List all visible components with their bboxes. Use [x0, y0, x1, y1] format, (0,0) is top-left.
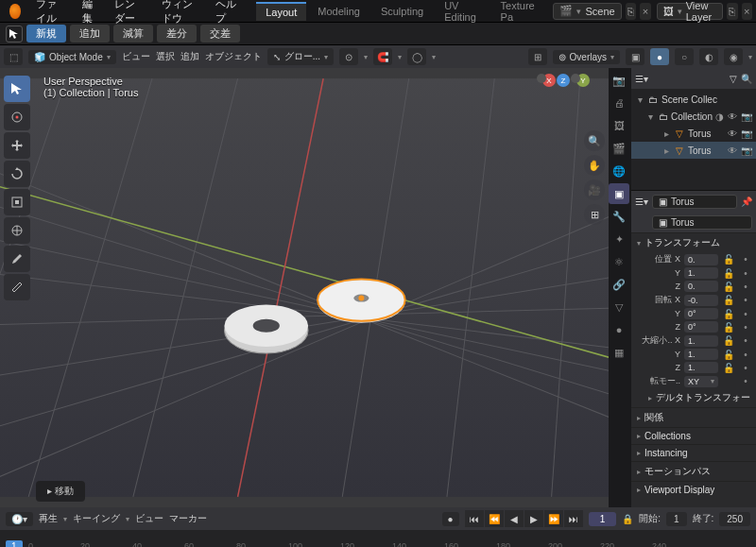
scene-new-icon[interactable]: ⎘ [626, 3, 637, 20]
proptab-world-icon[interactable]: 🌐 [609, 161, 629, 181]
current-frame-field[interactable]: 1 [589, 512, 617, 526]
bool-sub-button[interactable]: 減算 [113, 25, 153, 43]
viewportdisplay-panel[interactable]: Viewport Display [644, 485, 714, 495]
torus-object-1[interactable] [224, 305, 308, 353]
vh-view[interactable]: ビュー [122, 50, 150, 63]
proptab-material-icon[interactable]: ● [609, 319, 629, 340]
rotmode-field[interactable]: XY ▾ [684, 376, 718, 387]
end-frame-field[interactable]: 250 [719, 512, 750, 526]
axis-neg2-icon[interactable] [571, 74, 580, 83]
jump-start-icon[interactable]: ⏮ [465, 510, 484, 527]
playhead[interactable]: 1 [6, 540, 23, 547]
tool-scale[interactable] [4, 189, 30, 215]
proptab-physics-icon[interactable]: ⚛ [609, 251, 629, 272]
keyframe-prev-icon[interactable]: ⏪ [485, 510, 504, 527]
tool-move[interactable] [4, 132, 30, 159]
workspace-sculpting[interactable]: Sculpting [371, 3, 433, 20]
collections-panel[interactable]: Collections [644, 431, 691, 441]
shading-solid-icon[interactable]: ● [650, 48, 669, 65]
menu-help[interactable]: ヘルプ [208, 0, 246, 27]
xray-icon[interactable]: ▣ [626, 48, 644, 65]
relations-panel[interactable]: 関係 [644, 411, 663, 424]
snap-icon[interactable]: 🧲 [373, 48, 392, 65]
proptab-modifier-icon[interactable]: 🔧 [609, 206, 629, 227]
zoom-icon[interactable]: 🔍 [584, 130, 605, 151]
tool-annotate[interactable] [4, 246, 30, 272]
eye-icon[interactable]: 👁 [728, 128, 737, 139]
gizmo-toggle-icon[interactable]: ⊞ [528, 48, 547, 65]
delta-transform-header[interactable]: デルタトランスフォー [656, 391, 750, 404]
shading-wire-icon[interactable]: ○ [675, 48, 694, 65]
proptab-particle-icon[interactable]: ✦ [609, 229, 629, 249]
proptab-data-icon[interactable]: ▽ [609, 297, 629, 317]
proptab-object-icon[interactable]: ▣ [609, 183, 629, 204]
shading-matprev-icon[interactable]: ◐ [699, 48, 718, 65]
vh-select[interactable]: 選択 [156, 50, 175, 63]
outliner-search-icon[interactable]: 🔍 [741, 74, 752, 84]
tool-measure[interactable] [4, 274, 30, 300]
workspace-layout[interactable]: Layout [256, 2, 306, 21]
play-icon[interactable]: ▶ [524, 510, 543, 527]
scene-selector[interactable]: 🎬 ▾ Scene [553, 3, 621, 20]
menu-window[interactable]: ウィンドウ [154, 0, 207, 27]
motionpaths-panel[interactable]: モーションパス [644, 465, 711, 478]
jump-end-icon[interactable]: ⏭ [564, 510, 583, 527]
nav-gizmo[interactable]: Z Y X [537, 74, 590, 127]
lock-icon[interactable]: 🔓 [722, 254, 735, 265]
autokey-icon[interactable]: ● [442, 512, 459, 526]
tl-playback[interactable]: 再生 [39, 512, 58, 525]
bool-add-button[interactable]: 追加 [70, 25, 110, 43]
bool-diff-button[interactable]: 差分 [157, 25, 197, 43]
render-icon[interactable]: 📷 [741, 111, 752, 122]
tool-rotate[interactable] [4, 161, 30, 187]
last-operator-panel[interactable]: ▸ 移動 [36, 481, 85, 502]
camera-view-icon[interactable]: 🎥 [584, 179, 605, 200]
keyframe-next-icon[interactable]: ⏩ [544, 510, 563, 527]
rot-y-field[interactable]: 0° [684, 308, 718, 319]
rot-z-field[interactable]: 0° [684, 321, 718, 333]
start-frame-field[interactable]: 1 [666, 512, 687, 526]
tool-select-box[interactable] [4, 76, 30, 102]
object-name-field[interactable]: ▣Torus [652, 215, 752, 230]
tool-cursor[interactable] [4, 104, 30, 130]
persp-ortho-icon[interactable]: ⊞ [584, 204, 605, 225]
vis-icon[interactable]: ◑ [715, 111, 724, 122]
outliner-obj-torus1[interactable]: ▸▽Torus👁📷 [631, 125, 756, 142]
vh-object[interactable]: オブジェクト [205, 50, 262, 63]
bool-new-button[interactable]: 新規 [26, 25, 66, 43]
proptab-texture-icon[interactable]: ▦ [609, 342, 629, 363]
axis-z-icon[interactable]: Z [557, 74, 570, 87]
overlays-selector[interactable]: ⊚Overlays▾ [553, 50, 620, 64]
propedit-icon[interactable]: ◯ [407, 48, 426, 65]
tool-transform[interactable] [4, 217, 30, 244]
loc-y-field[interactable]: 1. [684, 267, 718, 279]
shading-render-icon[interactable]: ◉ [724, 48, 743, 65]
play-reverse-icon[interactable]: ◀ [505, 510, 524, 527]
eye-icon[interactable]: 👁 [728, 111, 737, 122]
prop-context[interactable]: ▣Torus [652, 195, 737, 209]
render-icon[interactable]: 📷 [741, 128, 752, 139]
proptab-viewlayer-icon[interactable]: 🖼 [609, 115, 629, 136]
editor-type-icon[interactable]: ⬚ [4, 48, 23, 65]
workspace-uvediting[interactable]: UV Editing [435, 0, 489, 26]
instancing-panel[interactable]: Instancing [644, 448, 688, 458]
workspace-texture[interactable]: Texture Pa [491, 0, 546, 26]
transform-panel-header[interactable]: トランスフォーム [644, 236, 720, 249]
outliner-scene-collection[interactable]: ▾🗀Scene Collec [631, 91, 756, 108]
proptab-output-icon[interactable]: 🖨 [609, 93, 629, 113]
mode-selector[interactable]: 🧊Object Mode▾ [28, 50, 116, 64]
workspace-modeling[interactable]: Modeling [308, 3, 369, 20]
proptab-render-icon[interactable]: 📷 [609, 70, 629, 91]
pivot-icon[interactable]: ⊙ [339, 48, 358, 65]
scale-x-field[interactable]: 1. [684, 335, 718, 347]
vh-add[interactable]: 追加 [180, 50, 199, 63]
scene-delete-icon[interactable]: × [640, 3, 651, 20]
timeline-type-icon[interactable]: 🕐▾ [6, 512, 33, 526]
scale-y-field[interactable]: 1. [684, 349, 718, 360]
orientation-selector[interactable]: ⤡グロー...▾ [267, 48, 334, 65]
3d-viewport[interactable]: User Perspective (1) Collection | Torus … [0, 68, 609, 507]
menu-edit[interactable]: 編集 [75, 0, 105, 27]
scale-z-field[interactable]: 1. [684, 362, 718, 373]
timeline-ruler[interactable]: 1 020406080100120140160180200220240 [0, 530, 756, 547]
tl-keying[interactable]: キーイング [73, 512, 120, 525]
